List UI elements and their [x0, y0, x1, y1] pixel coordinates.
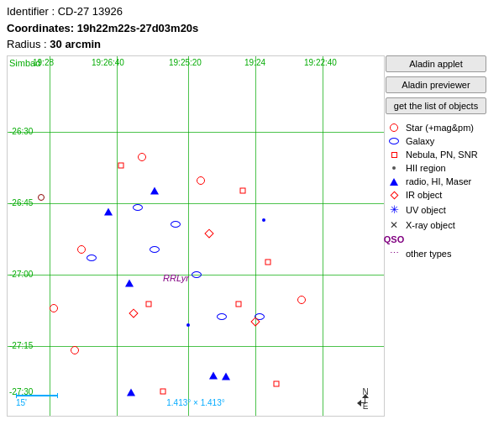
sidebar: Aladin applet Aladin previewer get the l…	[382, 52, 504, 265]
scale-text: 15'	[16, 398, 58, 407]
legend-xray-icon: ✕	[386, 219, 402, 231]
scale-line	[16, 395, 58, 396]
legend-item-galaxy: Galaxy	[386, 136, 501, 146]
dec-label-2: -26:45	[9, 198, 33, 207]
legend-item-other: ⋯ other types	[386, 248, 501, 259]
grid-v-1	[50, 56, 50, 416]
obj-radio-1	[150, 187, 159, 195]
ra-label-1: 19:28	[33, 58, 54, 67]
compass: N E	[354, 387, 377, 411]
obj-radio-3	[209, 372, 218, 380]
ra-label-2: 19:26:40	[92, 58, 124, 67]
obj-star-2	[50, 304, 58, 312]
obj-ir-2	[206, 233, 213, 240]
obj-galaxy-3	[150, 246, 160, 253]
center-measure: 1.413° × 1.413°	[166, 398, 224, 407]
grid-h-4	[8, 346, 384, 347]
scale-bar: 15'	[16, 395, 58, 407]
obj-galaxy-2	[171, 221, 181, 228]
legend-item-xray: ✕ X-ray object	[386, 219, 501, 231]
identifier: Identifier : CD-27 13926	[7, 3, 497, 20]
legend-xray-label: X-ray object	[406, 220, 455, 230]
legend-galaxy-icon	[386, 138, 402, 144]
grid-v-4	[255, 56, 256, 416]
obj-nebula-7	[160, 389, 166, 395]
obj-radio-4	[127, 389, 135, 396]
obj-star-4	[197, 176, 205, 185]
legend-qso-icon: QSO	[386, 234, 402, 244]
obj-galaxy-4	[192, 271, 202, 278]
obj-star-3	[71, 346, 79, 354]
obj-radio-6	[222, 373, 230, 380]
obj-galaxy-1	[133, 204, 143, 211]
legend-uv-label: UV object	[406, 205, 446, 215]
obj-star-7	[38, 194, 45, 201]
legend-item-hii: HII region	[386, 163, 501, 173]
obj-nebula-5	[118, 163, 124, 169]
sky-map: Simbad 19:28 19:26:40 19:25:20 19:24 19:…	[7, 55, 385, 417]
coordinates: Coordinates: 19h22m22s-27d03m20s	[7, 20, 497, 37]
legend-item-nebula: Nebula, PN, SNR	[386, 150, 501, 160]
ra-label-5: 19:22:40	[304, 58, 337, 67]
obj-nebula-2	[236, 302, 242, 307]
obj-ir-1	[130, 313, 137, 320]
grid-v-2	[117, 56, 118, 416]
legend-item-radio: radio, HI, Maser	[386, 176, 501, 186]
obj-radio-2	[125, 280, 134, 287]
dec-label-1: -26:30	[9, 127, 33, 136]
grid-h-2	[8, 203, 384, 204]
legend-hii-label: HII region	[406, 163, 446, 173]
legend-ir-icon	[386, 192, 402, 198]
header: Identifier : CD-27 13926 Coordinates: 19…	[0, 0, 504, 56]
north-arrowhead	[362, 394, 369, 398]
obj-nebula-6	[265, 260, 271, 265]
legend-ir-label: IR object	[406, 190, 442, 200]
legend-radio-label: radio, HI, Maser	[406, 176, 471, 186]
legend-item-uv: ✳ UV object	[386, 203, 501, 216]
legend-nebula-label: Nebula, PN, SNR	[406, 150, 478, 160]
obj-galaxy-6	[217, 313, 227, 320]
grid-v-5	[323, 56, 323, 416]
legend: Star (+mag&pm) Galaxy Nebula, PN, SNR HI…	[386, 123, 501, 259]
dec-label-3: -27:00	[9, 270, 33, 279]
legend-nebula-icon	[386, 152, 402, 158]
main-area: Simbad 19:28 19:26:40 19:25:20 19:24 19:…	[0, 52, 504, 425]
aladin-applet-button[interactable]: Aladin applet	[386, 55, 486, 72]
obj-star-6	[138, 153, 146, 161]
aladin-previewer-button[interactable]: Aladin previewer	[386, 76, 486, 93]
legend-galaxy-label: Galaxy	[406, 136, 434, 146]
obj-nebula-3	[146, 302, 152, 307]
legend-item-star: Star (+mag&pm)	[386, 123, 501, 133]
legend-hii-icon	[386, 166, 402, 170]
rrlyr-label: RRLyr	[163, 273, 189, 283]
ra-label-4: 19:24	[244, 58, 265, 67]
legend-radio-icon	[386, 178, 402, 186]
legend-uv-icon: ✳	[386, 203, 402, 216]
obj-nebula-4	[274, 381, 280, 387]
radius: Radius : 30 arcmin	[7, 36, 497, 53]
get-list-button[interactable]: get the list of objects	[386, 97, 486, 114]
legend-star-label: Star (+mag&pm)	[406, 123, 474, 133]
obj-galaxy-7	[87, 254, 97, 261]
obj-star-5	[297, 296, 306, 304]
obj-radio-5	[104, 208, 113, 216]
ra-label-3: 19:25:20	[169, 58, 202, 67]
obj-nebula-1	[240, 188, 246, 194]
obj-ir-3	[252, 322, 259, 328]
grid-v-3	[188, 56, 189, 416]
obj-hii-1	[262, 218, 265, 222]
obj-star-1	[77, 245, 86, 254]
obj-hii-2	[186, 323, 190, 327]
legend-other-label: other types	[406, 249, 451, 259]
legend-other-icon: ⋯	[386, 248, 402, 259]
legend-item-qso: QSO QSO	[386, 234, 501, 244]
radius-value: 30 arcmin	[50, 38, 101, 50]
dec-label-4: -27:15	[9, 341, 33, 350]
grid-h-1	[8, 132, 384, 133]
legend-star-icon	[386, 123, 402, 132]
legend-item-ir: IR object	[386, 190, 501, 200]
east-arrowhead	[357, 400, 361, 407]
